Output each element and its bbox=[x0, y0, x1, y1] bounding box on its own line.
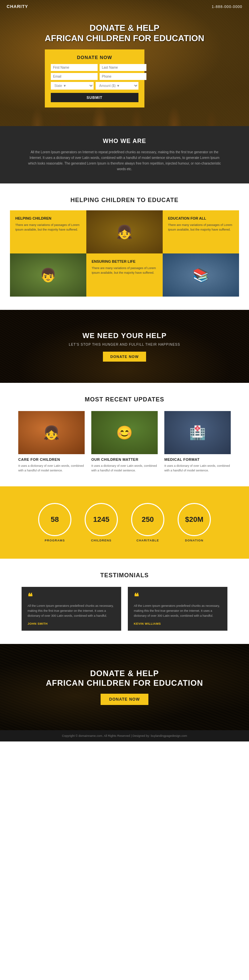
update-text-2: It uses a dictionary of over Latin words… bbox=[91, 463, 158, 473]
stat-circle-charitable: 250 bbox=[131, 503, 164, 536]
helping-cell-1: HELPING CHILDREN There are many variatio… bbox=[10, 210, 86, 253]
updates-title: MOST RECENT UPDATES bbox=[10, 396, 239, 403]
contact-row bbox=[51, 73, 139, 80]
cell3-heading: EDUCATION FOR ALL bbox=[168, 216, 234, 220]
helping-grid: HELPING CHILDREN There are many variatio… bbox=[10, 210, 239, 297]
testimonials-section: TESTIMONIALS ❝ All the Lorem Ipsum gener… bbox=[0, 559, 249, 644]
cell5-text: There are many variations of passages of… bbox=[92, 266, 157, 275]
helping-title: HELPING CHILDREN TO EDUCATE bbox=[10, 197, 239, 204]
quote-mark-2: ❝ bbox=[134, 592, 222, 601]
stat-number-charitable: 250 bbox=[142, 516, 154, 523]
stat-number-childrens: 1245 bbox=[93, 516, 110, 523]
update-card-2: 😊 OUR CHILDREN MATTER It uses a dictiona… bbox=[91, 411, 158, 473]
stat-circle-donation: $20M bbox=[178, 503, 211, 536]
helping-cell-4: 👦 bbox=[10, 253, 86, 297]
hero-section: CHARITY 1-888-000-0000 DONATE & HELP AFR… bbox=[0, 0, 249, 126]
form-title: DONATE NOW bbox=[51, 55, 139, 60]
amount-select[interactable]: Amount ($) ▼ bbox=[96, 82, 139, 89]
helping-cell-5: ENSURING BETTER LIFE There are many vari… bbox=[86, 253, 163, 297]
stat-circle-programs: 58 bbox=[38, 503, 71, 536]
testimonials-grid: ❝ All the Lorem Ipsum generators predefi… bbox=[10, 587, 239, 631]
updates-grid: 👧 CARE FOR CHILDREN It uses a dictionary… bbox=[10, 411, 239, 473]
helping-cell-6: 📚 bbox=[163, 253, 239, 297]
footer-bar: Copyright © domainname.com. All Rights R… bbox=[0, 730, 249, 741]
testimonial-card-1: ❝ All the Lorem Ipsum generators predefi… bbox=[22, 587, 121, 631]
footer-cta-section: DONATE & HELP AFRICAN CHILDREN FOR EDUCA… bbox=[0, 644, 249, 730]
update-img-2: 😊 bbox=[91, 411, 158, 454]
need-help-donate-button[interactable]: DONATE NOW bbox=[103, 352, 146, 362]
phone-number: 1-888-000-0000 bbox=[212, 5, 243, 9]
footer-cta-title: DONATE & HELP AFRICAN CHILDREN FOR EDUCA… bbox=[46, 669, 203, 688]
update-card-3: 🏥 MEDICAL FORMAT It uses a dictionary of… bbox=[164, 411, 231, 473]
update-title-3: MEDICAL FORMAT bbox=[164, 458, 231, 461]
helping-cell-2: 👧 bbox=[86, 210, 163, 253]
testimonial-text-1: All the Lorem Ipsum generators predefine… bbox=[27, 603, 115, 619]
update-text-1: It uses a dictionary of over Latin words… bbox=[18, 463, 85, 473]
update-img-1: 👧 bbox=[18, 411, 85, 454]
testimonial-card-2: ❝ All the Lorem Ipsum generators predefi… bbox=[128, 587, 227, 631]
footer-copyright: Copyright © domainname.com. All Rights R… bbox=[6, 734, 243, 738]
who-title: WHO WE ARE bbox=[27, 138, 222, 145]
cell3-text: There are many variations of passages of… bbox=[168, 223, 234, 232]
cell1-heading: HELPING CHILDREN bbox=[15, 216, 81, 220]
stat-number-programs: 58 bbox=[51, 516, 59, 523]
stat-label-childrens: CHILDRENS bbox=[85, 539, 118, 542]
cell5-heading: ENSURING BETTER LIFE bbox=[92, 259, 157, 263]
first-name-input[interactable] bbox=[51, 64, 97, 71]
stat-label-programs: PROGRAMS bbox=[38, 539, 71, 542]
state-amount-row: State ▼ Amount ($) ▼ bbox=[51, 82, 139, 89]
updates-section: MOST RECENT UPDATES 👧 CARE FOR CHILDREN … bbox=[0, 383, 249, 486]
testimonial-name-2: KEVIN WILLIAMS bbox=[134, 622, 222, 625]
who-we-are-section: WHO WE ARE All the Lorem Ipsum generator… bbox=[0, 126, 249, 183]
helping-cell-3: EDUCATION FOR ALL There are many variati… bbox=[163, 210, 239, 253]
need-help-title: WE NEED YOUR HELP bbox=[82, 331, 167, 340]
name-row bbox=[51, 64, 139, 71]
logo: CHARITY bbox=[6, 4, 28, 9]
donate-form: DONATE NOW State ▼ Amount ($) ▼ SUBMIT bbox=[45, 49, 144, 108]
phone-input[interactable] bbox=[100, 73, 147, 80]
stat-childrens: 1245 CHILDRENS bbox=[85, 503, 118, 542]
testimonial-text-2: All the Lorem Ipsum generators predefine… bbox=[134, 603, 222, 619]
testimonials-title: TESTIMONIALS bbox=[10, 572, 239, 579]
last-name-input[interactable] bbox=[100, 64, 147, 71]
helping-section: HELPING CHILDREN TO EDUCATE HELPING CHIL… bbox=[0, 183, 249, 310]
update-title-2: OUR CHILDREN MATTER bbox=[91, 458, 158, 461]
stat-label-charitable: CHARITABLE bbox=[131, 539, 164, 542]
need-help-section: WE NEED YOUR HELP LET'S STOP THIS HUNGER… bbox=[0, 310, 249, 383]
need-help-subtitle: LET'S STOP THIS HUNGER AND FULFILL THEIR… bbox=[69, 343, 180, 346]
stat-programs: 58 PROGRAMS bbox=[38, 503, 71, 542]
email-input[interactable] bbox=[51, 73, 97, 80]
update-card-1: 👧 CARE FOR CHILDREN It uses a dictionary… bbox=[18, 411, 85, 473]
stat-circle-childrens: 1245 bbox=[85, 503, 118, 536]
stat-number-donation: $20M bbox=[185, 516, 203, 523]
quote-mark-1: ❝ bbox=[27, 592, 115, 601]
state-select[interactable]: State ▼ bbox=[51, 82, 94, 89]
cell1-text: There are many variations of passages of… bbox=[15, 223, 81, 232]
who-text: All the Lorem Ipsum generators on Intern… bbox=[27, 149, 222, 172]
stat-label-donation: DONATION bbox=[178, 539, 211, 542]
footer-cta-button[interactable]: DONATE NOW bbox=[101, 694, 148, 705]
stat-charitable: 250 CHARITABLE bbox=[131, 503, 164, 542]
navigation: CHARITY 1-888-000-0000 bbox=[0, 0, 249, 13]
update-img-3: 🏥 bbox=[164, 411, 231, 454]
stat-donation: $20M DONATION bbox=[178, 503, 211, 542]
testimonial-name-1: JOHN SMITH bbox=[27, 622, 115, 625]
stats-section: 58 PROGRAMS 1245 CHILDRENS 250 CHARITABL… bbox=[0, 486, 249, 559]
update-title-1: CARE FOR CHILDREN bbox=[18, 458, 85, 461]
hero-content: DONATE & HELP AFRICAN CHILDREN FOR EDUCA… bbox=[45, 23, 204, 108]
submit-button[interactable]: SUBMIT bbox=[51, 93, 139, 102]
hero-title: DONATE & HELP AFRICAN CHILDREN FOR EDUCA… bbox=[45, 23, 204, 43]
update-text-3: It uses a dictionary of over Latin words… bbox=[164, 463, 231, 473]
